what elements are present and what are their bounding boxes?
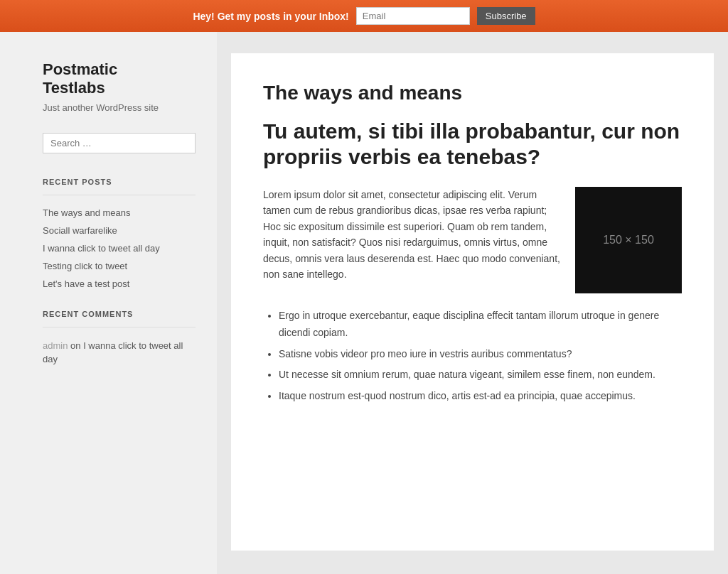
recent-comments-divider — [43, 327, 196, 327]
main-content: The ways and means Tu autem, si tibi ill… — [217, 32, 728, 574]
list-item: Ergo in utroque exercebantur, eaque disc… — [279, 308, 682, 342]
image-label: 150 × 150 — [603, 234, 654, 247]
site-title: PostmaticTestlabs — [43, 60, 196, 98]
top-banner: Hey! Get my posts in your Inbox! Subscri… — [0, 0, 728, 32]
post-link-5[interactable]: Let's have a test post — [43, 278, 129, 289]
article-image: 150 × 150 — [575, 187, 682, 293]
article-title: The ways and means — [263, 82, 682, 104]
site-tagline: Just another WordPress site — [43, 102, 196, 113]
article-card: The ways and means Tu autem, si tibi ill… — [231, 53, 714, 551]
page-wrapper: PostmaticTestlabs Just another WordPress… — [0, 32, 728, 574]
recent-comments-heading: RECENT COMMENTS — [43, 310, 196, 318]
commenter-name: admin — [43, 340, 68, 351]
list-item: Itaque nostrum est-quod nostrum dico, ar… — [279, 388, 682, 405]
search-input[interactable] — [43, 133, 196, 153]
recent-posts-divider — [43, 195, 196, 195]
list-item: Ut necesse sit omnium rerum, quae natura… — [279, 367, 682, 384]
post-link-1[interactable]: The ways and means — [43, 207, 131, 218]
article-body-text: Lorem ipsum dolor sit amet, consectetur … — [263, 187, 561, 293]
list-item: I wanna click to tweet all day — [43, 242, 196, 254]
post-link-2[interactable]: Sociall warfarelike — [43, 225, 117, 236]
list-item: Satisne vobis videor pro meo iure in ves… — [279, 346, 682, 363]
recent-posts-list: The ways and means Sociall warfarelike I… — [43, 207, 196, 290]
list-item: The ways and means — [43, 207, 196, 219]
list-item: Testing click to tweet — [43, 260, 196, 272]
article-list: Ergo in utroque exercebantur, eaque disc… — [263, 308, 682, 405]
post-link-4[interactable]: Testing click to tweet — [43, 261, 127, 271]
recent-posts-heading: RECENT POSTS — [43, 178, 196, 186]
subscribe-button[interactable]: Subscribe — [477, 7, 535, 25]
article-body-top: Lorem ipsum dolor sit amet, consectetur … — [263, 187, 682, 293]
article-subtitle: Tu autem, si tibi illa probabantur, cur … — [263, 119, 682, 170]
post-link-3[interactable]: I wanna click to tweet all day — [43, 243, 160, 254]
sidebar: PostmaticTestlabs Just another WordPress… — [0, 32, 217, 574]
banner-text: Hey! Get my posts in your Inbox! — [193, 11, 348, 22]
recent-comments-section: RECENT COMMENTS admin on I wanna click t… — [43, 310, 196, 367]
comment-item: admin on I wanna click to tweet all day — [43, 339, 196, 367]
comment-on: on — [70, 340, 80, 351]
list-item: Let's have a test post — [43, 278, 196, 290]
list-item: Sociall warfarelike — [43, 224, 196, 237]
email-input[interactable] — [356, 7, 470, 25]
